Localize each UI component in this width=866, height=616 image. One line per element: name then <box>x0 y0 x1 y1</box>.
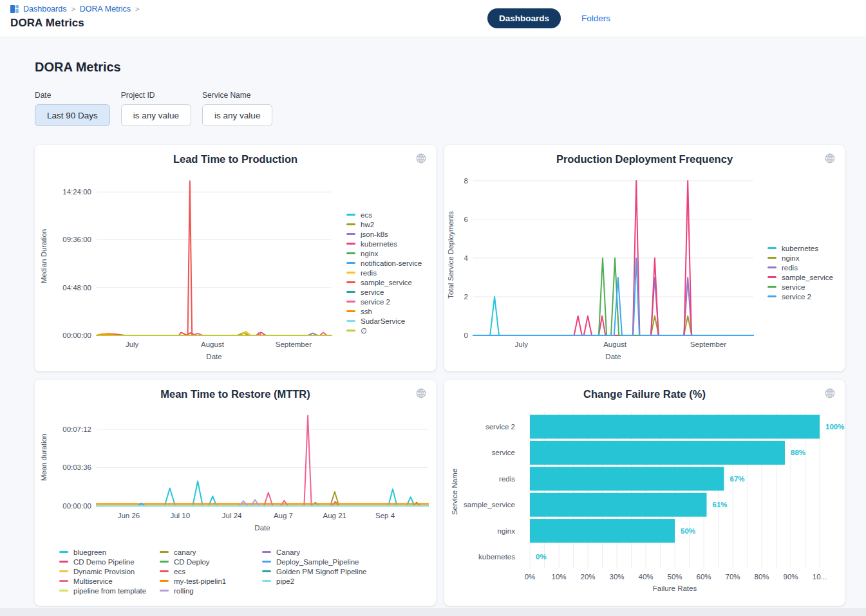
legend-swatch <box>59 551 68 553</box>
x-tick-label: July <box>126 341 139 348</box>
chart-plot-change-failure-rate: 0%10%20%30%40%50%60%70%80%90%10...servic… <box>444 380 845 606</box>
legend-label: nginx <box>361 250 379 257</box>
legend-swatch <box>346 272 355 274</box>
legend-item[interactable]: ecs <box>346 210 422 219</box>
legend-item[interactable]: pipeline from template <box>59 586 146 595</box>
legend-item[interactable]: CD Deploy <box>160 557 226 566</box>
legend-item[interactable]: sample_service <box>346 277 422 287</box>
legend-swatch <box>346 223 355 225</box>
x-tick-label: Jul 10 <box>170 512 190 519</box>
x-axis-title: Date <box>206 353 221 360</box>
card-mean-time-to-restore: Mean Time to Restore (MTTR) 00:00:0000:0… <box>35 380 436 606</box>
legend-item[interactable]: service 2 <box>346 297 422 306</box>
legend-label: Golden PM Signoff Pipeline <box>276 568 366 575</box>
legend-item[interactable]: nginx <box>346 248 422 258</box>
series-bluegreen <box>97 481 428 506</box>
legend-item[interactable]: SudarService <box>346 316 422 326</box>
y-axis-title: Total Service Deployments <box>447 211 455 299</box>
bar-sample_service <box>530 493 707 517</box>
legend-item[interactable]: nginx <box>767 253 833 263</box>
legend-label: service <box>361 288 384 296</box>
legend-item[interactable]: redis <box>767 263 833 272</box>
legend-item[interactable]: hw2 <box>346 219 422 229</box>
legend-swatch <box>767 266 777 268</box>
legend-label: ssh <box>361 308 372 315</box>
y-tick-label: 00:07:12 <box>62 425 91 433</box>
legend-label: sample_service <box>782 274 833 281</box>
legend-item[interactable]: my-test-pipelin1 <box>160 576 226 586</box>
legend-item[interactable]: kubernetes <box>346 239 422 248</box>
legend-item[interactable]: bluegreen <box>59 547 146 557</box>
legend-swatch <box>160 580 169 582</box>
tab-dashboards[interactable]: Dashboards <box>487 8 561 28</box>
legend-swatch <box>346 281 355 283</box>
y-tick-label: 00:03:36 <box>62 463 91 471</box>
x-tick-label: September <box>690 341 726 348</box>
card-change-failure-rate: Change Failure Rate (%) 0%10%20%30%40%50… <box>444 380 845 606</box>
breadcrumb-link-dora-metrics[interactable]: DORA Metrics <box>80 5 131 14</box>
x-tick-label: 50% <box>667 573 682 581</box>
legend-label: rolling <box>174 587 194 595</box>
y-axis-title: Service Name <box>451 469 458 515</box>
category-label: nginx <box>498 527 516 535</box>
legend-item[interactable]: notification-service <box>346 258 422 268</box>
legend-item[interactable]: ∅ <box>346 326 422 335</box>
y-tick-label: 09:36:00 <box>62 236 91 243</box>
legend-item[interactable]: service 2 <box>767 292 833 301</box>
legend-item[interactable]: kubernetes <box>767 243 833 253</box>
legend-item[interactable]: CD Demo Pipeline <box>59 557 146 566</box>
breadcrumb: Dashboards > DORA Metrics > <box>10 5 866 14</box>
legend-label: bluegreen <box>73 548 106 556</box>
filter-date-label: Date <box>35 91 110 100</box>
y-tick-label: 00:00:00 <box>62 331 91 339</box>
filter-project-id-value[interactable]: is any value <box>121 104 191 126</box>
legend-item[interactable]: ssh <box>346 306 422 316</box>
legend-item[interactable]: canary <box>160 547 226 557</box>
legend-item[interactable]: service <box>767 282 833 292</box>
legend-item[interactable]: Deploy_Sample_Pipeline <box>262 557 366 566</box>
value-label: 50% <box>681 527 695 535</box>
legend-swatch <box>346 243 355 245</box>
legend-label: service <box>782 283 805 291</box>
legend-label: canary <box>174 548 196 556</box>
value-label: 0% <box>536 553 547 561</box>
legend-label: kubernetes <box>361 240 397 248</box>
legend-swatch <box>346 262 355 264</box>
legend-item[interactable]: pipe2 <box>262 576 366 586</box>
bottom-strip <box>0 608 866 616</box>
x-tick-label: Jun 26 <box>118 512 140 519</box>
legend-item[interactable]: service <box>346 287 422 297</box>
x-tick-label: Aug 21 <box>323 512 346 519</box>
legend-item[interactable]: rolling <box>160 586 226 595</box>
x-tick-label: August <box>603 341 627 348</box>
legend-swatch <box>767 257 777 259</box>
legend-swatch <box>160 570 169 572</box>
y-tick-label: 14:24:00 <box>62 188 91 196</box>
legend-item[interactable]: redis <box>346 268 422 277</box>
legend-item[interactable]: Golden PM Signoff Pipeline <box>262 566 366 576</box>
legend-item[interactable]: sample_service <box>767 272 833 282</box>
filter-service-name-value[interactable]: is any value <box>202 104 272 126</box>
y-tick-label: 2 <box>464 293 468 301</box>
legend-swatch <box>346 301 355 303</box>
legend-item[interactable]: Dynamic Provision <box>59 566 146 576</box>
tab-folders[interactable]: Folders <box>578 13 614 24</box>
legend-swatch <box>767 247 777 249</box>
x-tick-label: 70% <box>725 573 740 581</box>
charts-grid: Lead Time to Production 00:00:0004:48:00… <box>35 145 845 606</box>
legend-item[interactable]: Canary <box>262 547 366 557</box>
legend-item[interactable]: json-k8s <box>346 229 422 239</box>
legend-item[interactable]: Multiservice <box>59 576 146 586</box>
legend-label: notification-service <box>361 259 422 267</box>
legend-label: ecs <box>361 211 372 219</box>
y-tick-label: 04:48:00 <box>62 284 91 292</box>
legend-item[interactable]: ecs <box>160 566 226 576</box>
x-tick-label: 0% <box>525 573 536 581</box>
breadcrumb-link-dashboards[interactable]: Dashboards <box>23 5 66 14</box>
legend-swatch <box>262 580 271 582</box>
legend-swatch <box>59 590 68 592</box>
filter-date-value[interactable]: Last 90 Days <box>35 104 110 126</box>
x-tick-label: 20% <box>580 573 595 581</box>
category-label: service 2 <box>485 423 515 431</box>
category-label: redis <box>499 475 515 483</box>
